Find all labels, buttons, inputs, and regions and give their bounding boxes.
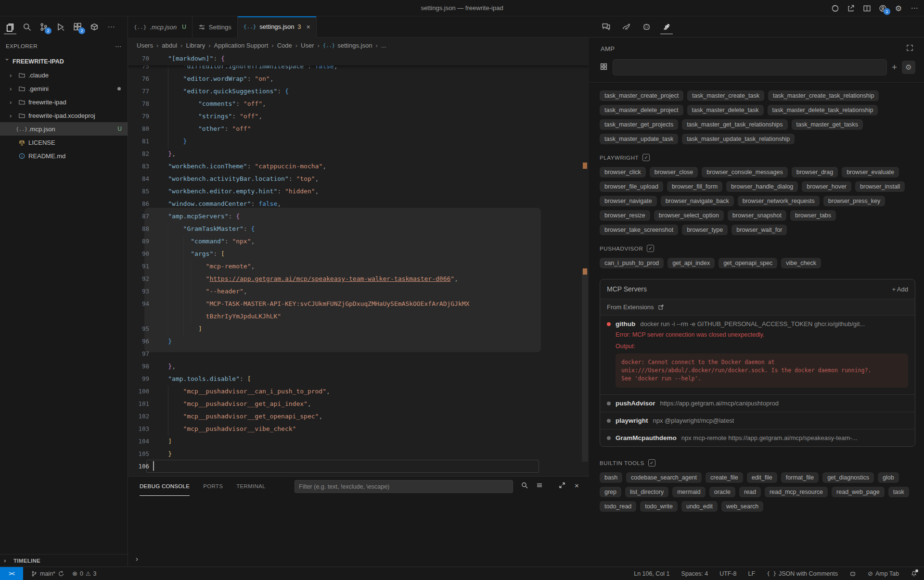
filter-search-icon[interactable] (521, 481, 528, 491)
robot-icon[interactable] (640, 20, 653, 34)
explorer-icon[interactable] (4, 20, 16, 34)
breadcrumb-item[interactable]: Application Support (214, 42, 269, 49)
tree-item-readme-md[interactable]: README.md (0, 149, 128, 163)
breadcrumb-item[interactable]: abdul (162, 42, 177, 49)
code-line-96[interactable]: } (153, 338, 172, 345)
amp-tab-status[interactable]: ⊘ Amp Tab (868, 570, 899, 577)
section-checkbox[interactable]: ✓ (647, 245, 654, 252)
tree-item-freewrite-ipad[interactable]: ›freewrite-ipad (0, 95, 128, 109)
panel-tab-terminal[interactable]: TERMINAL (236, 477, 266, 496)
console-collapse-icon[interactable] (536, 481, 543, 491)
debug-filter-box[interactable] (295, 480, 513, 493)
code-line-103[interactable]: "mcp__pushadvisor__vibe_check" (153, 425, 296, 432)
code-line-94[interactable]: "MCP-TASK-MASTER-API-KEY:svCJUkmFUNZjGpD… (153, 300, 469, 307)
share-icon[interactable] (846, 3, 856, 13)
language-mode[interactable]: { } JSON with Comments (767, 570, 838, 577)
code-line-82[interactable]: }, (153, 150, 176, 157)
code-line-87[interactable]: "amp.mcpServers": { (153, 213, 240, 220)
expand-panel-icon[interactable] (906, 44, 913, 53)
mcp-server-grammcpauthdemo[interactable]: GramMcpauthdemonpx mcp-remote https://ap… (600, 429, 915, 446)
tree-item-freewrite-ipad-xcodeproj[interactable]: ›freewrite-ipad.xcodeproj (0, 109, 128, 122)
more-actions-icon[interactable]: ⋯ (910, 3, 919, 13)
code-line-76[interactable]: "editor.wordWrap": "on", (153, 75, 273, 82)
breadcrumb-item[interactable]: Users (137, 42, 153, 49)
amp-prompt-input[interactable] (613, 59, 887, 76)
add-server-button[interactable]: + Add (892, 286, 908, 293)
kangaroo-icon[interactable] (620, 20, 632, 34)
code-line-102[interactable]: "mcp__pushadvisor__get_openapi_spec", (153, 413, 322, 420)
code-line-88[interactable]: "GramTaskMaster": { (153, 225, 255, 232)
breadcrumb-item[interactable]: User (301, 42, 314, 49)
debug-filter-input[interactable] (299, 483, 509, 490)
mcp-server-pushadvisor[interactable]: pushAdvisorhttps://app.getgram.ai/mcp/ca… (600, 394, 915, 412)
search-icon[interactable] (21, 20, 33, 34)
editor-scrollbar[interactable] (582, 269, 588, 462)
code-line-89[interactable]: "command": "npx", (153, 238, 255, 245)
panel-tab-debug-console[interactable]: DEBUG CONSOLE (140, 477, 190, 496)
account-icon[interactable]: 1 (878, 3, 887, 13)
tree-item--gemini[interactable]: ›.gemini (0, 82, 128, 95)
code-line-104[interactable]: ] (153, 438, 172, 445)
code-line-77[interactable]: "editor.quickSuggestions": { (153, 88, 289, 95)
git-branch-item[interactable]: main* (31, 570, 64, 577)
close-panel-icon[interactable]: × (575, 481, 579, 490)
code-line-92[interactable]: "https://app.getgram.ai/mcp/speakeasy-te… (153, 275, 458, 282)
settings-gear-icon[interactable]: ⚙ (894, 3, 903, 13)
tab-settings[interactable]: Settings (192, 16, 238, 38)
code-line-93[interactable]: "--header", (153, 288, 247, 295)
notifications-bell-icon[interactable] (911, 570, 917, 577)
breadcrumb[interactable]: Users›abdul›Library›Application Support›… (128, 38, 589, 53)
code-line-100[interactable]: "mcp__pushadvisor__can_i_push_to_prod", (153, 388, 330, 395)
more-views-icon[interactable]: ⋯ (105, 20, 117, 34)
copilot-icon[interactable] (830, 3, 840, 13)
indentation[interactable]: Spaces: 4 (681, 570, 708, 577)
code-line-90[interactable]: "args": [ (153, 250, 225, 257)
mcp-server-playwright[interactable]: playwrightnpx @playwright/mcp@latest (600, 412, 915, 429)
section-checkbox[interactable]: ✓ (642, 154, 650, 161)
extensions-icon[interactable]: 2 (71, 20, 84, 34)
timeline-section[interactable]: › TIMELINE (0, 554, 128, 567)
code-line-wrap[interactable]: tBzhrIyYmJpduLKJhLK" (153, 313, 281, 320)
code-line-95[interactable]: ] (153, 325, 202, 332)
containers-icon[interactable] (88, 20, 101, 34)
close-tab-icon[interactable]: × (307, 23, 310, 31)
code-line-80[interactable]: "other": "off" (153, 125, 251, 132)
source-control-icon[interactable]: 2 (38, 20, 50, 34)
run-debug-icon[interactable] (54, 20, 67, 34)
code-line-101[interactable]: "mcp__pushadvisor__get_api_index", (153, 400, 311, 407)
problems-item[interactable]: ⊗ 0 ⚠ 3 (72, 570, 97, 577)
code-line-83[interactable]: "workbench.iconTheme": "catppuccin-mocha… (153, 163, 326, 170)
breadcrumb-item[interactable]: ... (381, 42, 386, 49)
code-line-86[interactable]: "window.commandCenter": false, (153, 200, 281, 207)
copilot-status-icon[interactable] (849, 570, 856, 577)
sticky-scroll-line[interactable]: 70"[markdown]": { (128, 53, 589, 65)
breadcrumb-item[interactable]: Code (277, 42, 292, 49)
tree-item--claude[interactable]: ›.claude (0, 68, 128, 82)
amp-settings-icon[interactable]: ⚙ (902, 61, 915, 74)
tab--mcp-json[interactable]: {..}.mcp.jsonU (128, 16, 192, 38)
code-line-84[interactable]: "workbench.activityBar.location": "top", (153, 175, 319, 182)
grid-menu-icon[interactable] (600, 63, 608, 73)
maximize-panel-icon[interactable] (558, 481, 566, 491)
code-line-78[interactable]: "comments": "off", (153, 100, 266, 107)
code-line-99[interactable]: "amp.tools.disable": [ (153, 375, 251, 382)
remote-indicator[interactable]: >< (0, 567, 23, 580)
code-line-85[interactable]: "workbench.editor.empty.hint": "hidden", (153, 188, 319, 195)
eol-sequence[interactable]: LF (748, 570, 756, 577)
console-prompt-icon[interactable]: › (136, 555, 138, 563)
tree-root-freewrite-ipad[interactable]: ›FREEWRITE-IPAD (0, 55, 128, 68)
amp-icon[interactable] (660, 20, 673, 34)
breadcrumb-item[interactable]: settings.json (337, 42, 372, 49)
panel-tab-ports[interactable]: PORTS (203, 477, 223, 496)
cursor-position[interactable]: Ln 106, Col 1 (634, 570, 669, 577)
code-line-98[interactable]: }, (153, 363, 176, 370)
code-line-105[interactable]: } (153, 450, 172, 457)
tree-item--mcp-json[interactable]: {..}.mcp.jsonU (0, 122, 128, 136)
tab-settings-json[interactable]: {..}settings.json3× (238, 16, 317, 38)
from-extensions-link[interactable]: From Extensions (600, 299, 915, 315)
encoding[interactable]: UTF-8 (719, 570, 736, 577)
section-checkbox[interactable]: ✓ (648, 459, 655, 467)
breadcrumb-item[interactable]: Library (186, 42, 205, 49)
split-editor-icon[interactable] (862, 3, 872, 13)
mcp-server-github[interactable]: githubdocker run -i --rm -e GITHUB_PERSO… (600, 315, 915, 394)
